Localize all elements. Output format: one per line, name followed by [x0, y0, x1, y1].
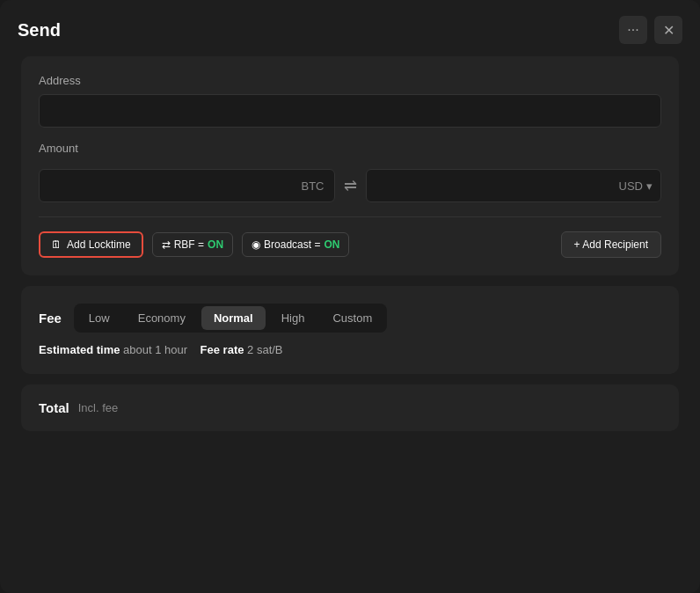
address-input[interactable]	[39, 94, 661, 128]
usd-input[interactable]	[366, 169, 662, 202]
fee-tab-high[interactable]: High	[269, 306, 317, 330]
fee-tab-custom[interactable]: Custom	[320, 306, 384, 330]
fee-tab-economy[interactable]: Economy	[126, 306, 198, 330]
fee-rate-value: 2 sat/B	[247, 343, 282, 356]
amount-label: Amount	[39, 142, 661, 155]
main-content: Address Amount BTC ⇌ USD ▾	[0, 56, 700, 452]
fee-rate-label: Fee rate	[201, 343, 244, 356]
amount-field-group: Amount BTC ⇌ USD ▾	[39, 142, 661, 202]
options-left: 🗓 Add Locktime ⇄ RBF = ON ◉ Broadcast = …	[39, 231, 349, 258]
window-title: Send	[18, 20, 61, 40]
broadcast-icon: ◉	[252, 238, 260, 251]
usd-field: USD ▾	[366, 169, 662, 202]
title-bar: Send ··· ✕	[0, 0, 700, 56]
usd-currency-row: USD ▾	[619, 179, 653, 193]
address-amount-section: Address Amount BTC ⇌ USD ▾	[21, 56, 679, 275]
broadcast-label: Broadcast =	[264, 238, 320, 251]
estimated-time-label: Estimated time	[39, 343, 120, 356]
broadcast-status: ON	[324, 238, 339, 251]
add-locktime-button[interactable]: 🗓 Add Locktime	[39, 231, 143, 258]
rbf-button[interactable]: ⇄ RBF = ON	[152, 232, 233, 257]
rbf-status: ON	[208, 238, 223, 251]
btc-input[interactable]	[39, 169, 335, 202]
fee-tab-low[interactable]: Low	[77, 306, 122, 330]
fee-row: Fee Low Economy Normal High Custom	[39, 304, 661, 333]
close-button[interactable]: ✕	[654, 16, 682, 44]
fee-label: Fee	[39, 311, 62, 326]
estimated-time-value: about 1 hour	[123, 343, 187, 356]
options-row: 🗓 Add Locktime ⇄ RBF = ON ◉ Broadcast = …	[39, 231, 661, 258]
btc-currency-label: BTC	[302, 179, 324, 193]
total-sub-label: Incl. fee	[78, 401, 119, 414]
calendar-icon: 🗓	[51, 238, 62, 251]
fee-tab-normal[interactable]: Normal	[201, 306, 266, 330]
address-field-group: Address	[39, 74, 661, 128]
fee-info: Estimated time about 1 hour Fee rate 2 s…	[39, 343, 661, 356]
amount-row: BTC ⇌ USD ▾	[39, 169, 661, 202]
title-bar-actions: ··· ✕	[619, 16, 682, 44]
swap-icon[interactable]: ⇌	[344, 176, 357, 195]
rbf-label: RBF =	[174, 238, 204, 251]
fee-tabs: Low Economy Normal High Custom	[74, 304, 387, 333]
address-label: Address	[39, 74, 661, 87]
send-window: Send ··· ✕ Address Amount BTC ⇌	[0, 0, 700, 593]
total-label: Total	[39, 400, 69, 415]
chevron-down-icon[interactable]: ▾	[646, 179, 653, 193]
btc-field: BTC	[39, 169, 335, 202]
locktime-label: Add Locktime	[67, 238, 131, 251]
total-section: Total Incl. fee	[21, 384, 679, 431]
broadcast-button[interactable]: ◉ Broadcast = ON	[242, 232, 349, 257]
add-recipient-button[interactable]: + Add Recipient	[561, 231, 661, 258]
usd-currency-label: USD	[619, 179, 643, 193]
section-divider	[39, 216, 661, 217]
more-button[interactable]: ···	[619, 16, 647, 44]
fee-section: Fee Low Economy Normal High Custom Estim…	[21, 286, 679, 374]
rbf-icon: ⇄	[162, 238, 171, 251]
